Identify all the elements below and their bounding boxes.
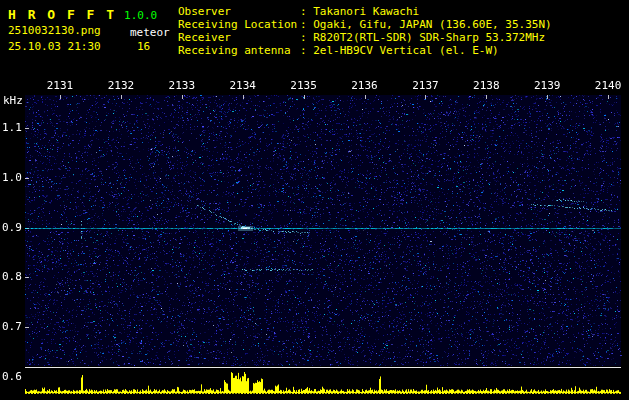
echo-count: 16: [137, 40, 150, 53]
x-tick-label: 2140: [593, 79, 623, 92]
y-tick-label: 0.9: [2, 221, 22, 234]
info-value: : R820T2(RTL-SDR) SDR-Sharp 53.372MHz: [300, 31, 545, 44]
x-tick-label: 2136: [350, 79, 380, 92]
x-tick-label: 2138: [471, 79, 501, 92]
info-row-antenna: Receiving antenna: 2el-HB9CV Vertical (e…: [178, 44, 552, 57]
y-tick-label: 0.6: [2, 370, 22, 383]
x-tick-label: 2132: [106, 79, 136, 92]
info-value: : Takanori Kawachi: [300, 5, 419, 18]
info-label: Observer: [178, 5, 300, 18]
info-label: Receiving antenna: [178, 44, 300, 57]
info-label: Receiver: [178, 31, 300, 44]
x-tick-label: 2131: [45, 79, 75, 92]
y-axis-unit-label: kHz: [3, 94, 23, 107]
spectrogram-plot: kHz 213121322133213421352136213721382139…: [0, 75, 629, 400]
info-row-receiver: Receiver: R820T2(RTL-SDR) SDR-Sharp 53.3…: [178, 31, 552, 44]
output-filename: 2510032130.png: [8, 24, 101, 37]
observation-datetime: 25.10.03 21:30: [8, 40, 101, 53]
info-row-observer: Observer: Takanori Kawachi: [178, 5, 552, 18]
y-tick-label: 1.1: [2, 121, 22, 134]
title-row: H R O F F T1.0.0: [8, 4, 157, 23]
info-value: : 2el-HB9CV Vertical (el. E-W): [300, 44, 499, 57]
app-title: H R O F F T: [8, 7, 116, 22]
app-version: 1.0.0: [124, 9, 157, 22]
info-value: : Ogaki, Gifu, JAPAN (136.60E, 35.35N): [300, 18, 552, 31]
y-tick-label: 0.7: [2, 320, 22, 333]
x-tick-label: 2137: [410, 79, 440, 92]
x-tick-label: 2139: [532, 79, 562, 92]
hrofft-window: H R O F F T1.0.0 2510032130.png meteor 2…: [0, 0, 629, 400]
x-tick-label: 2135: [289, 79, 319, 92]
info-row-location: Receiving Location: Ogaki, Gifu, JAPAN (…: [178, 18, 552, 31]
header: H R O F F T1.0.0 2510032130.png meteor 2…: [0, 0, 629, 75]
y-tick-label: 1.0: [2, 171, 22, 184]
info-label: Receiving Location: [178, 18, 300, 31]
spectrogram-canvas: [0, 75, 629, 400]
x-tick-label: 2133: [167, 79, 197, 92]
y-tick-label: 0.8: [2, 270, 22, 283]
observer-info: Observer: Takanori Kawachi Receiving Loc…: [178, 5, 552, 57]
mode-label: meteor: [130, 26, 170, 39]
x-tick-label: 2134: [228, 79, 258, 92]
